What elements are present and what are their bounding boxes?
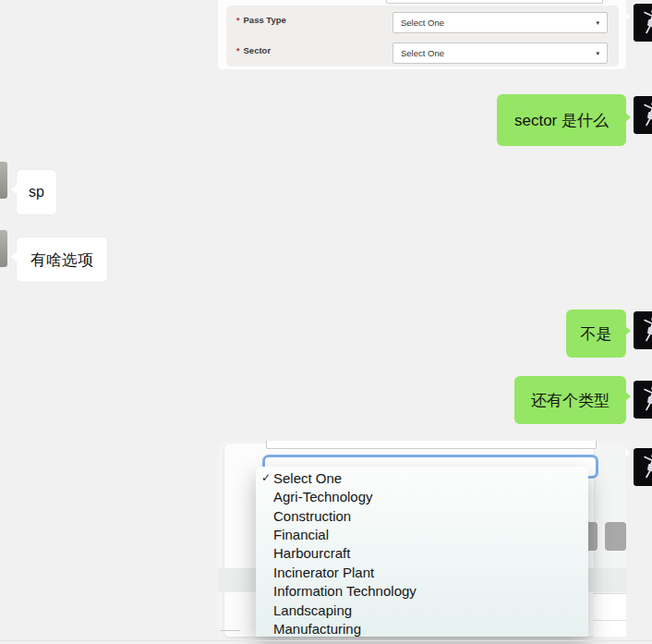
dropdown-option-label: Incinerator Plant xyxy=(273,565,374,580)
message-text: 有啥选项 xyxy=(30,249,93,271)
bubble-tail xyxy=(625,326,631,335)
contact-avatar[interactable] xyxy=(634,96,652,134)
pass-type-select[interactable]: Select One ▾ xyxy=(392,12,608,33)
bubble-tail xyxy=(625,113,631,122)
dancer-avatar-image xyxy=(634,448,652,486)
pass-type-label-text: Pass Type xyxy=(244,15,286,25)
dropdown-option[interactable]: Manufacturing xyxy=(256,620,588,638)
screenshot-message-sector-dropdown[interactable]: ✓ Select One Agri-Technology Constructio… xyxy=(218,442,626,637)
chevron-down-icon: ▾ xyxy=(596,18,599,26)
dancer-avatar-image xyxy=(634,381,652,419)
dropdown-option[interactable]: Agri-Technology xyxy=(256,487,588,505)
required-asterisk: * xyxy=(236,16,240,25)
message-bubble-outgoing: 不是 xyxy=(566,310,626,358)
dropdown-option[interactable]: Landscaping xyxy=(256,601,588,619)
self-avatar-partial[interactable] xyxy=(0,230,7,267)
bubble-tail xyxy=(11,252,17,261)
checkmark-icon: ✓ xyxy=(261,471,271,484)
pass-type-select-value: Select One xyxy=(401,18,444,28)
dropdown-option[interactable]: Financial xyxy=(256,525,588,543)
dropdown-option-selected[interactable]: ✓ Select One xyxy=(256,468,588,487)
sector-select-value: Select One xyxy=(401,48,444,58)
bubble-tail xyxy=(625,392,631,401)
chat-window: * Pass Type Select One ▾ * Sector Select… xyxy=(0,0,652,644)
dropdown-option-label: Harbourcraft xyxy=(273,545,350,561)
dropdown-option-label: Construction xyxy=(273,508,351,524)
gray-button[interactable] xyxy=(605,522,626,551)
contact-avatar[interactable] xyxy=(634,381,652,419)
cell-divider xyxy=(220,630,240,631)
dropdown-option-label: Information Technology xyxy=(273,583,417,599)
dancer-avatar-image xyxy=(634,96,652,134)
side-cell xyxy=(593,593,626,637)
dropdown-option[interactable]: Incinerator Plant xyxy=(256,563,588,581)
bubble-tail xyxy=(625,448,631,457)
bottom-divider xyxy=(0,640,652,641)
dancer-avatar-image xyxy=(634,4,652,42)
dropdown-option[interactable]: Harbourcraft xyxy=(256,544,588,563)
partial-field-above xyxy=(266,441,597,449)
contact-avatar[interactable] xyxy=(634,448,652,486)
contact-avatar[interactable] xyxy=(634,4,652,42)
bubble-tail xyxy=(11,185,17,194)
pass-type-label: * Pass Type xyxy=(236,15,286,25)
message-text: sp xyxy=(29,184,44,200)
required-asterisk: * xyxy=(236,46,240,55)
message-bubble-outgoing: 还有个类型 xyxy=(514,376,626,424)
message-bubble-incoming: sp xyxy=(16,169,57,215)
sector-label: * Sector xyxy=(236,45,271,55)
message-bubble-incoming: 有啥选项 xyxy=(16,237,108,283)
cell-divider xyxy=(593,620,626,621)
sector-select[interactable]: Select One ▾ xyxy=(392,43,608,64)
chevron-down-icon: ▾ xyxy=(596,49,599,56)
message-text: sector 是什么 xyxy=(514,110,609,131)
dropdown-option-label: Financial xyxy=(273,527,329,542)
screenshot-message-pass-form[interactable]: * Pass Type Select One ▾ * Sector Select… xyxy=(218,0,626,69)
dropdown-option-label: Select One xyxy=(273,470,342,486)
dropdown-option[interactable]: Construction xyxy=(256,506,588,525)
dropdown-option-label: Agri-Technology xyxy=(273,489,373,504)
dropdown-option-label: Manufacturing xyxy=(273,621,361,637)
sector-label-text: Sector xyxy=(244,45,272,55)
contact-avatar[interactable] xyxy=(634,311,652,349)
dancer-avatar-image xyxy=(634,311,652,349)
form-panel: * Pass Type Select One ▾ * Sector Select… xyxy=(226,6,619,67)
self-avatar-partial[interactable] xyxy=(0,162,7,199)
sector-dropdown-menu: ✓ Select One Agri-Technology Constructio… xyxy=(256,467,588,637)
dropdown-option-label: Landscaping xyxy=(273,602,352,618)
partial-field-above xyxy=(386,0,603,4)
bubble-tail xyxy=(625,12,631,21)
message-bubble-outgoing: sector 是什么 xyxy=(497,94,626,146)
message-text: 不是 xyxy=(581,323,612,345)
dropdown-option[interactable]: Information Technology xyxy=(256,582,588,601)
message-text: 还有个类型 xyxy=(531,390,610,411)
